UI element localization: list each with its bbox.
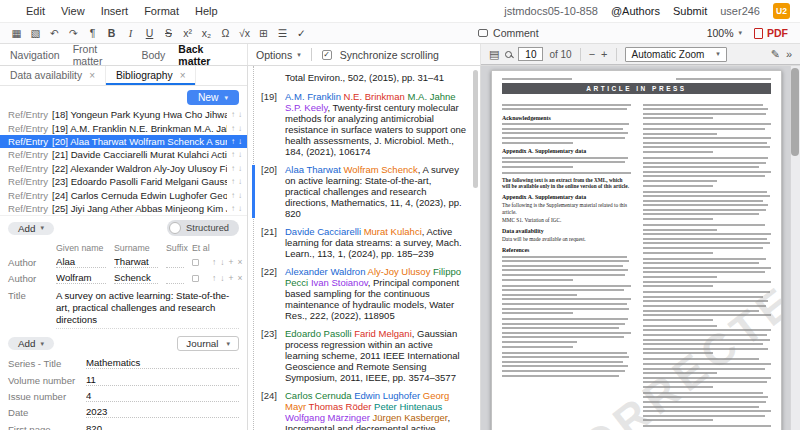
move-down-icon[interactable]: ↓ [238, 177, 242, 186]
panel-tab-data-availability[interactable]: Data availability× [0, 66, 106, 85]
add-author-icon[interactable]: + [229, 273, 234, 283]
bibliography-list-item[interactable]: Ref/Entry[25] Jiyi Jang Ather Abbas Minj… [0, 202, 247, 215]
options-button[interactable]: Options ▾ [256, 49, 301, 61]
move-down-icon[interactable]: ↓ [238, 164, 242, 173]
zoom-mode-select[interactable]: Automatic Zoom ▾ [625, 47, 727, 62]
special-character-icon[interactable]: Ω [217, 27, 234, 39]
move-up-icon[interactable]: ↑ [212, 257, 216, 267]
tab-back-matter[interactable]: Back matter [178, 43, 237, 67]
add-field-button-2[interactable]: Add ▾ [8, 337, 54, 350]
title-input[interactable]: A survey on active learning: State-of-th… [56, 290, 239, 329]
image-icon[interactable]: ▧ [27, 27, 44, 39]
superscript-icon[interactable]: x² [179, 27, 196, 39]
tab-front-matter[interactable]: Front matter [73, 43, 129, 67]
field-input[interactable]: 4 [86, 390, 239, 402]
given-name-input[interactable]: Alaa [56, 256, 106, 268]
add-field-button[interactable]: Add ▾ [8, 222, 54, 235]
undo-icon[interactable]: ↶ [46, 27, 63, 39]
etal-checkbox[interactable] [192, 275, 199, 282]
move-down-icon[interactable]: ↓ [238, 150, 242, 159]
list-icon[interactable]: ☰ [274, 27, 291, 39]
table-icon[interactable]: ▦ [8, 27, 25, 39]
remove-author-icon[interactable]: × [237, 257, 242, 267]
move-down-icon[interactable]: ↓ [238, 137, 242, 146]
move-up-icon[interactable]: ↑ [231, 191, 235, 200]
zoom-in-icon[interactable]: + [601, 48, 607, 60]
annotate-icon[interactable]: ✎ [771, 48, 780, 61]
menu-insert[interactable]: Insert [101, 5, 129, 17]
redo-icon[interactable]: ↷ [65, 27, 82, 39]
underline-icon[interactable]: U [141, 27, 158, 39]
panel-tab-bibliography[interactable]: Bibliography× [106, 66, 197, 85]
move-down-icon[interactable]: ↓ [220, 257, 224, 267]
tab-navigation[interactable]: Navigation [10, 49, 60, 61]
sidebar-toggle-icon[interactable]: ▤ [489, 48, 499, 61]
references-scrollbar[interactable] [473, 70, 478, 188]
suffix-input[interactable] [166, 273, 184, 284]
insert-table-icon[interactable]: ⊞ [255, 27, 272, 39]
subscript-icon[interactable]: x₂ [198, 27, 215, 39]
italic-icon[interactable]: I [122, 28, 139, 39]
menu-help[interactable]: Help [195, 5, 218, 17]
avatar[interactable]: U2 [773, 3, 790, 19]
move-up-icon[interactable]: ↑ [231, 137, 235, 146]
entry-type-select[interactable]: Journal ▾ [177, 336, 239, 351]
bibliography-list-item[interactable]: Ref/Entry[20] Alaa Tharwat Wolfram Schen… [0, 135, 247, 148]
move-up-icon[interactable]: ↑ [231, 150, 235, 159]
more-tools-icon[interactable]: » [786, 48, 792, 60]
surname-input[interactable]: Tharwat [114, 256, 158, 268]
etal-checkbox[interactable] [192, 259, 199, 266]
move-down-icon[interactable]: ↓ [238, 191, 242, 200]
bibliography-list-item[interactable]: Ref/Entry[21] Davide Cacciarelli Murat K… [0, 148, 247, 161]
reference-entry[interactable]: [24]Carlos Cernuda Edwin Lughofer Georg … [261, 390, 468, 430]
bibliography-list-item[interactable]: Ref/Entry[22] Alexander Waldron Aly-Joy … [0, 162, 247, 175]
pdf-button[interactable]: PDF [754, 27, 788, 39]
move-up-icon[interactable]: ↑ [231, 124, 235, 133]
reference-entry[interactable]: [21]Davide Cacciarelli Murat Kulahci, Ac… [261, 226, 468, 259]
given-name-input[interactable]: Wolfram [56, 272, 106, 284]
move-down-icon[interactable]: ↓ [238, 110, 242, 119]
reference-entry[interactable]: [22]Alexander Waldron Aly-Joy Ulusoy Fil… [261, 266, 468, 321]
submit-button[interactable]: Submit [673, 5, 707, 17]
menu-format[interactable]: Format [144, 5, 179, 17]
paragraph-icon[interactable]: ¶ [84, 27, 101, 39]
field-input[interactable]: Mathematics [86, 357, 239, 369]
move-down-icon[interactable]: ↓ [238, 124, 242, 133]
zoom-out-icon[interactable]: − [589, 48, 595, 60]
move-up-icon[interactable]: ↑ [231, 204, 235, 213]
close-tab-icon[interactable]: × [89, 70, 95, 81]
new-entry-button[interactable]: New ▾ [187, 90, 239, 105]
strikethrough-icon[interactable]: S [160, 27, 177, 39]
move-up-icon[interactable]: ↑ [212, 273, 216, 283]
move-down-icon[interactable]: ↓ [238, 204, 242, 213]
add-author-icon[interactable]: + [229, 257, 234, 267]
zoom-control[interactable]: 100% ▾ [707, 27, 742, 39]
surname-input[interactable]: Schenck [114, 272, 158, 284]
check-icon[interactable]: ✓ [293, 27, 310, 39]
bibliography-list-item[interactable]: Ref/Entry[18] Yongeun Park Kyung Hwa Cho… [0, 108, 247, 121]
field-input[interactable]: 820 [86, 423, 239, 430]
pdf-scrollbar-thumb[interactable] [791, 68, 799, 156]
tab-body[interactable]: Body [141, 49, 165, 61]
move-up-icon[interactable]: ↑ [231, 164, 235, 173]
math-icon[interactable]: √x [236, 27, 253, 39]
move-up-icon[interactable]: ↑ [231, 110, 235, 119]
authors-link[interactable]: @Authors [611, 5, 660, 17]
bibliography-list-item[interactable]: Ref/Entry[19] A.M. Franklin N.E. Brinkma… [0, 121, 247, 134]
field-input[interactable]: 11 [86, 374, 239, 386]
reference-entry[interactable]: [19]A.M. Franklin N.E. Brinkman M.A. Jah… [261, 91, 468, 157]
reference-entry[interactable]: [20]Alaa Tharwat Wolfram Schenck, A surv… [261, 164, 468, 219]
menu-edit[interactable]: Edit [26, 5, 45, 17]
close-tab-icon[interactable]: × [180, 70, 186, 81]
bibliography-list-item[interactable]: Ref/Entry[24] Carlos Cernuda Edwin Lugho… [0, 188, 247, 201]
comment-button[interactable]: Comment [478, 27, 539, 39]
bibliography-list-item[interactable]: Ref/Entry[23] Edoardo Pasolli Farid Melg… [0, 175, 247, 188]
reference-entry[interactable]: [23]Edoardo Pasolli Farid Melgani, Gauss… [261, 328, 468, 383]
move-down-icon[interactable]: ↓ [220, 273, 224, 283]
structured-toggle[interactable]: Structured [167, 220, 239, 236]
field-input[interactable]: 2023 [86, 406, 239, 418]
search-icon[interactable] [505, 51, 512, 58]
bold-icon[interactable]: B [103, 27, 120, 39]
sync-scrolling-checkbox[interactable]: ✓ [322, 50, 332, 60]
pdf-scrollbar-track[interactable] [790, 66, 800, 430]
